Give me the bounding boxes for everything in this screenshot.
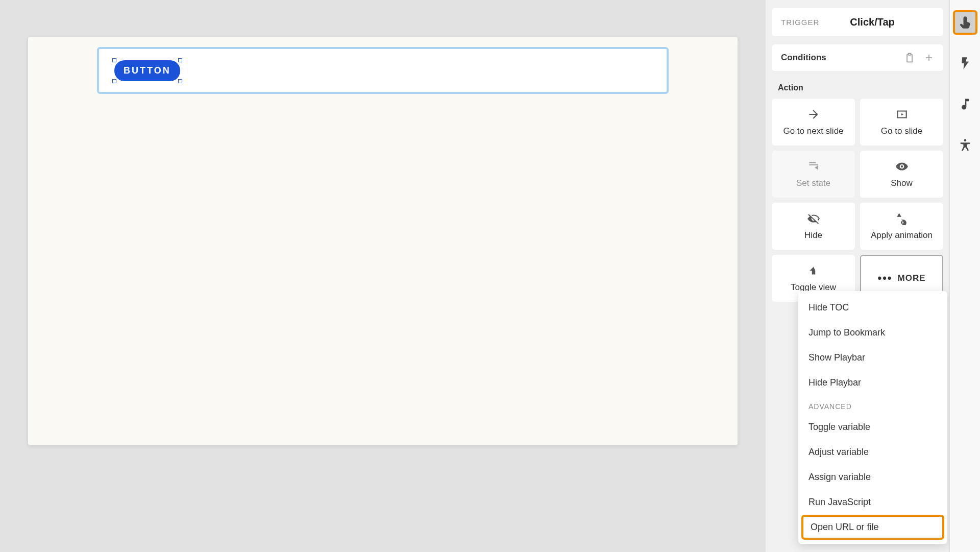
action-label: Set state [796, 178, 830, 188]
resize-handle-tr[interactable] [178, 58, 182, 62]
action-go-to-slide[interactable]: Go to slide [860, 99, 943, 146]
dropdown-open-url-or-file[interactable]: Open URL or file [801, 515, 944, 540]
action-label: Apply animation [871, 230, 933, 241]
action-apply-animation[interactable]: Apply animation [860, 203, 943, 250]
canvas-button-label: BUTTON [124, 65, 171, 76]
music-icon [958, 97, 972, 111]
trigger-label: TRIGGER [781, 18, 819, 27]
action-label: Show [891, 178, 913, 188]
action-set-state: Set state [772, 151, 855, 198]
right-panel: TRIGGER Click/Tap Conditions Action Go t… [766, 0, 980, 552]
dropdown-run-javascript[interactable]: Run JavaScript [798, 490, 947, 515]
action-section-label: Action [766, 71, 949, 99]
dropdown-jump-bookmark[interactable]: Jump to Bookmark [798, 320, 947, 345]
plus-icon[interactable] [924, 53, 934, 63]
touch-icon [958, 15, 972, 30]
dropdown-toggle-variable[interactable]: Toggle variable [798, 415, 947, 440]
trigger-row[interactable]: TRIGGER Click/Tap [772, 8, 943, 36]
clipboard-icon[interactable] [904, 53, 915, 63]
state-icon [807, 160, 820, 173]
resize-handle-bl[interactable] [112, 79, 116, 83]
more-label: MORE [898, 273, 926, 283]
rail-triggers-icon[interactable] [953, 51, 977, 76]
dropdown-show-playbar[interactable]: Show Playbar [798, 345, 947, 370]
action-label: Hide [804, 230, 822, 241]
arrow-right-icon [807, 108, 820, 121]
action-label: Go to slide [881, 126, 922, 136]
rail-interactions-icon[interactable] [953, 10, 977, 35]
rail-audio-icon[interactable] [953, 92, 977, 116]
resize-handle-tl[interactable] [112, 58, 116, 62]
action-hide[interactable]: Hide [772, 203, 855, 250]
slide[interactable]: BUTTON [28, 37, 738, 445]
dropdown-hide-toc[interactable]: Hide TOC [798, 295, 947, 320]
dropdown-advanced-header: ADVANCED [798, 395, 947, 415]
more-actions-dropdown: Hide TOC Jump to Bookmark Show Playbar H… [798, 291, 947, 544]
selected-element-box[interactable]: BUTTON [97, 47, 669, 94]
dropdown-hide-playbar[interactable]: Hide Playbar [798, 370, 947, 395]
dropdown-assign-variable[interactable]: Assign variable [798, 465, 947, 490]
canvas-button[interactable]: BUTTON [114, 60, 180, 81]
action-label: Go to next slide [783, 126, 843, 136]
action-go-to-next-slide[interactable]: Go to next slide [772, 99, 855, 146]
eye-icon [895, 160, 909, 173]
conditions-label: Conditions [781, 53, 826, 63]
trigger-value: Click/Tap [850, 16, 894, 28]
conditions-row: Conditions [772, 44, 943, 71]
icon-rail [949, 0, 980, 552]
eye-off-icon [807, 212, 820, 225]
bolt-icon [958, 56, 972, 70]
resize-handle-br[interactable] [178, 79, 182, 83]
canvas-area: BUTTON [0, 0, 766, 552]
toggle-view-icon [807, 264, 820, 277]
rail-accessibility-icon[interactable] [953, 133, 977, 157]
accessibility-icon [958, 138, 972, 152]
dropdown-adjust-variable[interactable]: Adjust variable [798, 440, 947, 465]
action-show[interactable]: Show [860, 151, 943, 198]
slide-target-icon [895, 108, 909, 121]
animation-icon [895, 212, 909, 225]
